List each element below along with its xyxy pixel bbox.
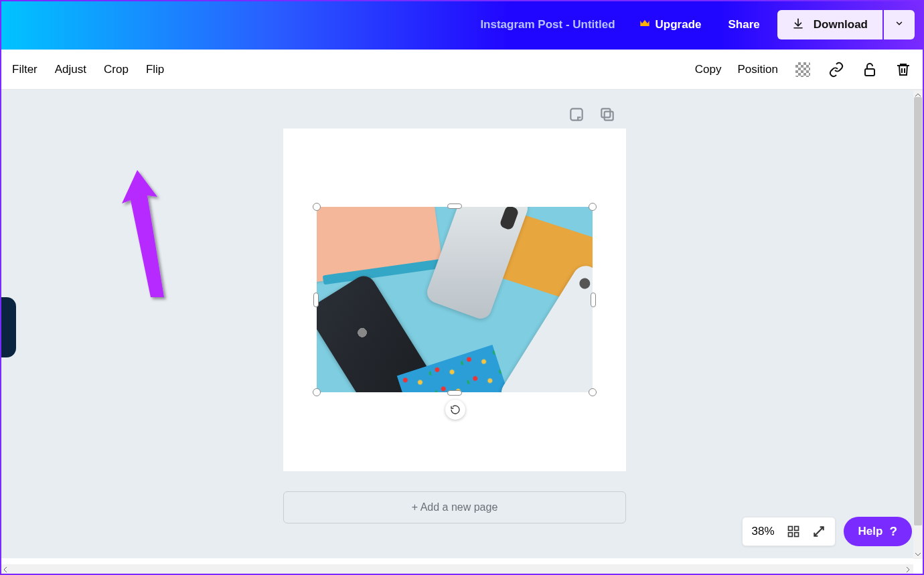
download-group: Download	[777, 10, 915, 39]
fullscreen-button[interactable]	[812, 525, 826, 538]
horizontal-scrollbar[interactable]	[0, 564, 913, 575]
selected-image[interactable]	[317, 207, 593, 392]
help-button[interactable]: Help ?	[844, 517, 912, 546]
grid-view-button[interactable]	[787, 525, 800, 538]
copy-button[interactable]: Copy	[695, 63, 722, 76]
context-toolbar: Filter Adjust Crop Flip Copy Position	[0, 50, 924, 90]
page-actions	[568, 106, 616, 123]
upgrade-button[interactable]: Upgrade	[639, 18, 702, 31]
zoom-value[interactable]: 38%	[752, 525, 775, 538]
toolbar-right: Copy Position	[695, 61, 912, 78]
question-icon: ?	[889, 524, 897, 539]
download-more-button[interactable]	[884, 10, 915, 39]
svg-rect-4	[788, 527, 792, 531]
link-button[interactable]	[828, 61, 845, 78]
annotation-arrow	[114, 170, 174, 304]
share-button[interactable]: Share	[728, 18, 760, 31]
resize-handle-br[interactable]	[589, 388, 597, 396]
flip-button[interactable]: Flip	[146, 63, 164, 76]
download-button[interactable]: Download	[777, 10, 882, 39]
trash-icon	[895, 62, 911, 78]
svg-rect-3	[601, 108, 610, 117]
svg-rect-7	[794, 533, 798, 537]
adjust-button[interactable]: Adjust	[55, 63, 86, 76]
resize-handle-bl[interactable]	[313, 388, 321, 396]
document-title[interactable]: Instagram Post - Untitled	[480, 18, 615, 31]
add-notes-button[interactable]	[568, 106, 585, 123]
scroll-left-icon	[2, 566, 9, 573]
resize-handle-right[interactable]	[591, 293, 596, 307]
resize-handle-tr[interactable]	[589, 203, 597, 211]
resize-handle-left[interactable]	[313, 293, 319, 307]
chevron-down-icon	[895, 19, 904, 31]
resize-handle-bottom[interactable]	[447, 390, 462, 396]
workspace: + Add a new page 38% Help ?	[0, 90, 924, 558]
toolbar-left: Filter Adjust Crop Flip	[12, 63, 164, 76]
link-icon	[828, 62, 844, 78]
copy-icon	[599, 106, 616, 123]
side-panel-toggle[interactable]	[0, 297, 16, 357]
scroll-right-icon	[905, 566, 911, 573]
svg-rect-1	[570, 108, 582, 120]
zoom-controls: 38%	[742, 517, 836, 546]
lock-button[interactable]	[861, 61, 878, 78]
note-icon	[568, 106, 585, 123]
delete-button[interactable]	[895, 61, 912, 78]
resize-handle-tl[interactable]	[313, 203, 321, 211]
expand-icon	[812, 525, 826, 538]
transparency-icon	[795, 62, 810, 77]
transparency-button[interactable]	[794, 61, 812, 78]
svg-rect-6	[788, 533, 792, 537]
rotate-handle[interactable]	[445, 400, 465, 420]
scroll-thumb[interactable]	[914, 97, 922, 525]
help-label: Help	[858, 525, 883, 538]
svg-rect-5	[794, 527, 798, 531]
unlock-icon	[862, 62, 878, 78]
filter-button[interactable]: Filter	[12, 63, 37, 76]
duplicate-page-button[interactable]	[599, 106, 616, 123]
svg-rect-2	[605, 112, 613, 120]
crop-button[interactable]: Crop	[104, 63, 129, 76]
scroll-down-icon	[915, 551, 921, 558]
bottom-controls: 38% Help ?	[742, 517, 912, 546]
download-icon	[792, 17, 804, 33]
svg-rect-0	[865, 69, 874, 76]
download-label: Download	[814, 18, 868, 31]
add-page-button[interactable]: + Add a new page	[283, 491, 626, 523]
image-content	[317, 207, 593, 392]
grid-icon	[787, 525, 800, 538]
position-button[interactable]: Position	[738, 63, 778, 76]
vertical-scrollbar[interactable]	[913, 90, 923, 559]
app-header: Instagram Post - Untitled Upgrade Share …	[0, 0, 924, 50]
add-page-label: + Add a new page	[412, 501, 498, 513]
crown-icon	[639, 18, 650, 31]
upgrade-label: Upgrade	[656, 18, 702, 31]
resize-handle-top[interactable]	[447, 203, 462, 209]
rotate-icon	[450, 404, 461, 415]
